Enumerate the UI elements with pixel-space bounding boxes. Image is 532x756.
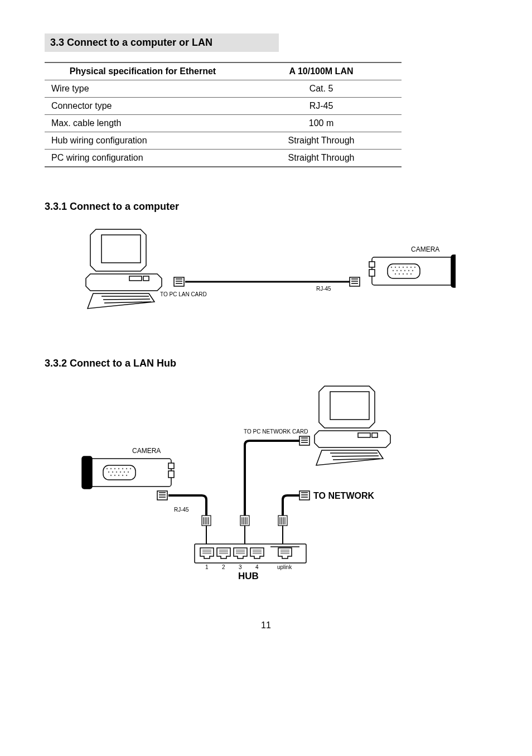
svg-point-51	[120, 471, 121, 473]
spec-table: Physical specification for Ethernet A 10…	[45, 62, 402, 167]
rj45-plug-right-icon	[350, 277, 360, 286]
cable-net-to-hub-icon	[283, 495, 299, 516]
pc-icon-2	[315, 386, 390, 465]
rj45-plug-cam-icon	[157, 491, 167, 500]
diagram-lan-hub: CAMERA RJ-45	[76, 381, 456, 587]
diagram-pc-direct: TO PC LAN CARD RJ-45 CAMERA	[76, 224, 456, 324]
svg-point-26	[396, 270, 398, 271]
svg-point-28	[404, 270, 405, 271]
svg-point-33	[403, 273, 404, 275]
cell-pcwiring-val: Straight Through	[241, 150, 402, 167]
vertical-plug-1-icon	[202, 516, 211, 526]
table-row: Max. cable length 100 m	[45, 115, 402, 132]
cell-pcwiring: PC wiring configuration	[45, 150, 241, 167]
camera-label-1: CAMERA	[411, 245, 439, 253]
svg-rect-70	[358, 433, 370, 437]
pc-icon	[86, 229, 162, 309]
svg-rect-14	[372, 257, 456, 285]
cell-hubwiring-val: Straight Through	[241, 132, 402, 150]
svg-rect-40	[168, 471, 174, 478]
rj45-plug-pc-icon	[299, 436, 309, 445]
svg-point-52	[124, 471, 125, 473]
page-number: 11	[45, 620, 487, 630]
hub-label: HUB	[238, 571, 259, 581]
svg-rect-39	[168, 463, 174, 469]
svg-point-27	[400, 270, 402, 271]
table-row: PC wiring configuration Straight Through	[45, 150, 402, 167]
svg-line-73	[332, 456, 379, 456]
vertical-plug-2-icon	[240, 516, 249, 526]
section-header: 3.3 Connect to a computer or LAN	[45, 33, 279, 52]
table-row: Connector type RJ-45	[45, 98, 402, 115]
subsection-heading-2: 3.3.2 Connect to a LAN Hub	[45, 358, 487, 369]
svg-point-48	[108, 471, 109, 473]
subsection-heading-1: 3.3.1 Connect to a computer	[45, 201, 487, 213]
svg-point-35	[410, 273, 412, 275]
svg-point-24	[414, 267, 415, 268]
camera-label-2: CAMERA	[132, 447, 161, 455]
rj45-plug-net-icon	[299, 491, 309, 500]
hub-port-3-label: 3	[239, 564, 242, 570]
cell-connector-val: RJ-45	[241, 98, 402, 115]
hub-port-1-label: 1	[205, 564, 209, 570]
svg-point-18	[391, 267, 392, 268]
hub-icon	[195, 544, 306, 563]
svg-point-49	[112, 471, 113, 473]
svg-point-41	[107, 468, 108, 469]
svg-point-22	[407, 267, 408, 268]
svg-point-25	[393, 270, 394, 271]
svg-point-47	[130, 468, 131, 469]
cell-connector: Connector type	[45, 98, 241, 115]
col-header-lan: A 10/100M LAN	[241, 62, 402, 80]
svg-rect-38	[82, 456, 92, 489]
svg-rect-17	[369, 269, 375, 276]
cell-wire-type: Wire type	[45, 80, 241, 98]
vertical-plug-3-icon	[278, 516, 287, 526]
svg-point-45	[122, 468, 123, 469]
table-row: Hub wiring configuration Straight Throug…	[45, 132, 402, 150]
cell-wire-type-val: Cat. 5	[241, 80, 402, 98]
svg-rect-37	[88, 459, 171, 487]
cell-hubwiring: Hub wiring configuration	[45, 132, 241, 150]
svg-point-56	[118, 475, 119, 476]
svg-point-20	[399, 267, 400, 268]
svg-rect-71	[372, 433, 378, 437]
svg-point-44	[118, 468, 119, 469]
svg-point-19	[395, 267, 396, 268]
svg-point-30	[412, 270, 413, 271]
svg-point-58	[126, 475, 127, 476]
cable-pc-to-hub-icon	[245, 441, 299, 516]
svg-point-31	[395, 273, 396, 275]
svg-point-32	[399, 273, 400, 275]
to-network-label: TO NETWORK	[313, 491, 374, 500]
rj45-label-2: RJ-45	[174, 507, 189, 513]
cell-maxlen-val: 100 m	[241, 115, 402, 132]
rj45-label: RJ-45	[316, 286, 331, 292]
svg-point-55	[114, 475, 115, 476]
svg-point-23	[410, 267, 412, 268]
svg-point-34	[407, 273, 408, 275]
svg-rect-16	[369, 262, 375, 267]
svg-point-29	[408, 270, 409, 271]
table-row: Wire type Cat. 5	[45, 80, 402, 98]
svg-point-43	[114, 468, 115, 469]
rj45-plug-left-icon	[174, 277, 184, 286]
svg-point-54	[110, 475, 112, 476]
svg-rect-69	[330, 392, 369, 420]
svg-rect-1	[129, 276, 142, 281]
svg-point-21	[403, 267, 404, 268]
svg-line-4	[103, 299, 150, 300]
svg-point-53	[128, 471, 129, 473]
hub-port-2-label: 2	[222, 564, 225, 570]
svg-point-57	[122, 475, 123, 476]
hub-port-4-label: 4	[255, 564, 259, 570]
camera-icon	[369, 255, 456, 287]
svg-rect-2	[143, 276, 149, 281]
svg-point-50	[116, 471, 117, 473]
svg-rect-0	[101, 235, 141, 263]
svg-point-42	[110, 468, 112, 469]
to-pc-lan-card-label: TO PC LAN CARD	[160, 291, 207, 297]
svg-point-46	[126, 468, 127, 469]
hub-port-uplink-label: uplink	[277, 564, 292, 570]
cell-maxlen: Max. cable length	[45, 115, 241, 132]
